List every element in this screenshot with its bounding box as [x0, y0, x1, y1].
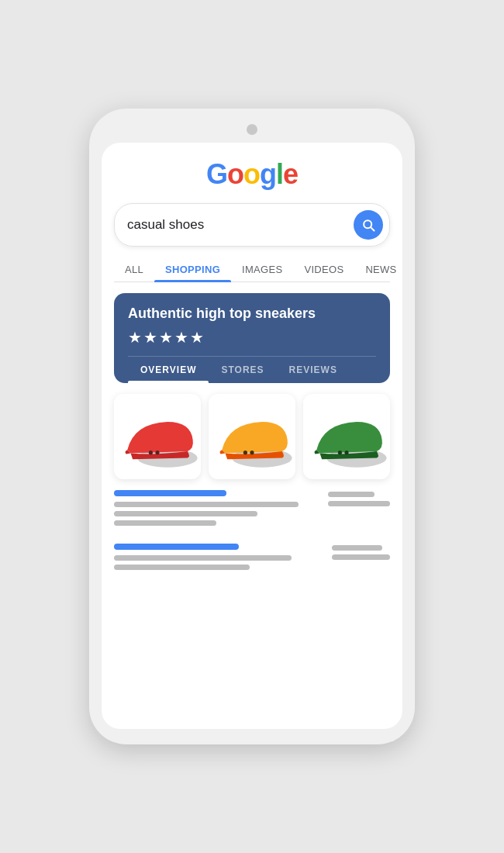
tab-images[interactable]: IMAGES: [231, 257, 293, 281]
product-tab-overview[interactable]: OVERVIEW: [128, 357, 209, 383]
phone-screen: Google ALL SHOPPING IMAGES VIDEOS NEWS: [102, 143, 402, 729]
tab-all[interactable]: ALL: [114, 257, 154, 281]
search-icon: [361, 217, 376, 233]
result-item: [114, 544, 390, 574]
search-tabs: ALL SHOPPING IMAGES VIDEOS NEWS: [114, 257, 390, 282]
search-bar[interactable]: [114, 203, 390, 247]
svg-point-1: [149, 451, 153, 454]
svg-point-2: [155, 451, 159, 454]
google-logo: Google: [114, 158, 390, 191]
svg-point-5: [250, 451, 254, 454]
product-card: Authentic high top sneakers ★★★★★ OVERVI…: [114, 293, 390, 383]
logo-letter-g: G: [206, 158, 227, 190]
result-line: [114, 502, 299, 507]
result-thumb: [328, 490, 390, 530]
shoe-cards-row: [114, 394, 390, 479]
thumb-line: [332, 554, 390, 560]
shoe-illustration-green: [303, 394, 390, 479]
shoe-illustration-red: [114, 394, 201, 479]
logo-letter-o1: o: [227, 158, 243, 190]
thumb-line: [328, 501, 390, 506]
result-line: [114, 565, 250, 570]
logo-letter-l: l: [276, 158, 283, 190]
result-text: [114, 490, 319, 530]
screen-content: Google ALL SHOPPING IMAGES VIDEOS NEWS: [102, 143, 402, 729]
svg-point-4: [243, 451, 247, 454]
result-text: [114, 544, 323, 574]
result-title-bar: [114, 544, 239, 550]
results-section: [114, 490, 390, 729]
shoe-illustration-yellow: [209, 394, 295, 479]
tab-news[interactable]: NEWS: [354, 257, 402, 281]
svg-point-8: [344, 451, 348, 454]
logo-letter-o2: o: [243, 158, 260, 190]
thumb-line: [328, 492, 375, 497]
result-line: [114, 520, 216, 526]
search-input[interactable]: [127, 217, 354, 233]
tab-shopping[interactable]: SHOPPING: [154, 257, 231, 281]
thumb-line: [332, 545, 382, 551]
result-line: [114, 511, 257, 516]
shoe-card-green[interactable]: [303, 394, 390, 479]
product-tab-stores[interactable]: STORES: [209, 357, 276, 383]
product-stars: ★★★★★: [128, 328, 376, 347]
logo-letter-e: e: [283, 158, 298, 190]
search-button[interactable]: [354, 210, 383, 240]
result-title-bar: [114, 490, 226, 496]
svg-point-7: [338, 451, 342, 454]
result-thumb: [332, 544, 390, 574]
shoe-card-yellow[interactable]: [209, 394, 295, 479]
logo-letter-g2: g: [260, 158, 276, 190]
product-tab-reviews[interactable]: REVIEWS: [277, 357, 350, 383]
product-tabs: OVERVIEW STORES REVIEWS: [128, 356, 376, 383]
product-title: Authentic high top sneakers: [128, 306, 376, 322]
result-item: [114, 490, 390, 530]
tab-videos[interactable]: VIDEOS: [293, 257, 354, 281]
camera-dot: [247, 124, 257, 135]
shoe-card-red[interactable]: [114, 394, 201, 479]
result-line: [114, 555, 292, 561]
phone-frame: Google ALL SHOPPING IMAGES VIDEOS NEWS: [89, 109, 415, 744]
